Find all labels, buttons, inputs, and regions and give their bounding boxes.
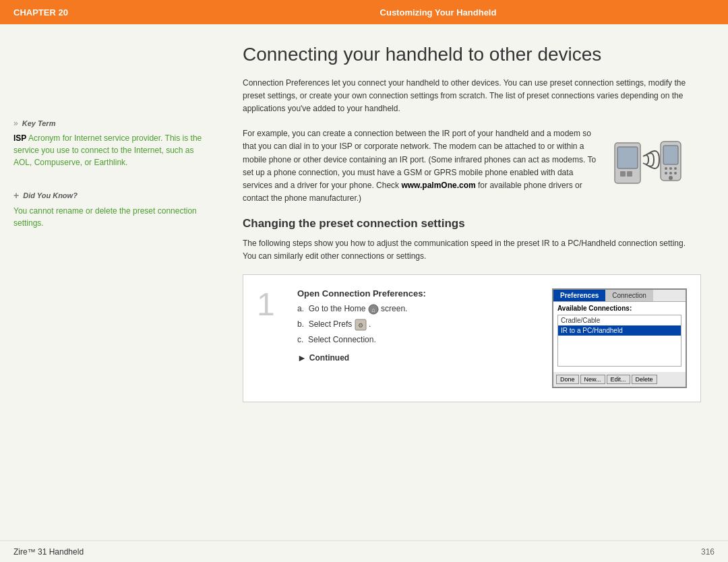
did-you-know-header: + Did You Know? xyxy=(13,190,204,201)
prefs-list-item-empty-1 xyxy=(558,336,681,346)
svg-point-12 xyxy=(669,176,673,180)
home-icon: ⌂ xyxy=(368,304,379,315)
svg-point-7 xyxy=(669,167,672,170)
prefs-dialog-header: Preferences Connection xyxy=(553,290,686,302)
url-link[interactable]: www.palmOne.com xyxy=(401,181,475,190)
svg-rect-2 xyxy=(620,171,626,177)
prefs-list-item-empty-2 xyxy=(558,346,681,356)
page-title: Connecting your handheld to other device… xyxy=(243,43,701,66)
prefs-icon: ⚙ xyxy=(355,319,367,331)
did-you-know-label: Did You Know? xyxy=(23,191,78,199)
prefs-list-item-cradle[interactable]: Cradle/Cable xyxy=(558,315,681,325)
key-term-body: ISP Acronym for Internet service provide… xyxy=(13,132,204,168)
prefs-new-button[interactable]: New... xyxy=(580,375,605,384)
continued-arrow-icon: ► xyxy=(297,352,307,363)
ir-image xyxy=(613,127,701,205)
step-item-b: b. Select Prefs ⚙ . xyxy=(297,319,539,331)
prefs-body: Available Connections: Cradle/Cable IR t… xyxy=(553,302,686,372)
footer-page-number: 316 xyxy=(701,547,715,557)
prefs-connection-list: Cradle/Cable IR to a PC/Handheld xyxy=(557,315,681,367)
prefs-edit-button[interactable]: Edit... xyxy=(607,375,630,384)
chapter-title: Customizing Your Handheld xyxy=(162,7,715,18)
step-item-a: a. Go to the Home ⌂ screen. xyxy=(297,304,539,315)
plus-icon: + xyxy=(13,190,19,201)
page-footer: Zire™ 31 Handheld 316 xyxy=(0,540,728,562)
step-instruction: Open Connection Preferences: xyxy=(297,288,539,299)
key-term-section: » Key Term ISP Acronym for Internet serv… xyxy=(13,119,204,168)
prefs-list-item-empty-3 xyxy=(558,356,681,366)
svg-text:⚙: ⚙ xyxy=(358,322,363,329)
did-you-know-body: You cannot rename or delete the preset c… xyxy=(13,205,204,229)
key-term-label: Key Term xyxy=(22,119,56,127)
step-content: Open Connection Preferences: a. Go to th… xyxy=(297,288,539,388)
prefs-done-button[interactable]: Done xyxy=(556,375,579,384)
svg-text:⌂: ⌂ xyxy=(371,307,375,313)
svg-rect-5 xyxy=(663,146,678,164)
prefs-available-connections-title: Available Connections: xyxy=(557,305,681,312)
continued: ► Continued xyxy=(297,352,539,363)
chapter-label: CHAPTER 20 xyxy=(13,7,162,18)
footer-brand: Zire™ 31 Handheld xyxy=(13,547,84,557)
svg-rect-1 xyxy=(617,147,638,168)
step-item-c: c. Select Connection. xyxy=(297,335,539,344)
ir-text: For example, you can create a connection… xyxy=(243,127,600,205)
ir-section: For example, you can create a connection… xyxy=(243,127,701,205)
key-term-header: » Key Term xyxy=(13,119,204,128)
section-heading: Changing the preset connection settings xyxy=(243,217,701,230)
step-box: 1 Open Connection Preferences: a. Go to … xyxy=(243,274,701,402)
prefs-dialog: Preferences Connection Available Connect… xyxy=(552,288,687,388)
prefs-tab-connection[interactable]: Connection xyxy=(605,290,653,301)
content-area: » Key Term ISP Acronym for Internet serv… xyxy=(0,24,728,540)
continued-label: Continued xyxy=(309,353,349,363)
svg-point-10 xyxy=(669,172,672,175)
intro-text: Connection Preferences let you connect y… xyxy=(243,77,701,116)
sidebar: » Key Term ISP Acronym for Internet serv… xyxy=(0,24,216,540)
main-content: Connecting your handheld to other device… xyxy=(216,24,728,540)
step-number: 1 xyxy=(257,288,284,388)
prefs-buttons: Done New... Edit... Delete xyxy=(553,372,686,387)
isp-description: Acronym for Internet service provider. T… xyxy=(13,133,202,167)
arrows-icon: » xyxy=(13,119,18,128)
svg-point-9 xyxy=(665,172,667,175)
svg-point-8 xyxy=(674,167,677,170)
prefs-delete-button[interactable]: Delete xyxy=(632,375,657,384)
did-you-know-section: + Did You Know? You cannot rename or del… xyxy=(13,190,204,229)
section-subtext: The following steps show you how to adju… xyxy=(243,237,701,263)
svg-point-6 xyxy=(665,167,667,170)
prefs-tab-preferences[interactable]: Preferences xyxy=(553,290,605,301)
page-header: CHAPTER 20 Customizing Your Handheld xyxy=(0,0,728,24)
isp-label: ISP xyxy=(13,133,26,143)
ir-illustration xyxy=(613,136,701,197)
prefs-list-item-ir[interactable]: IR to a PC/Handheld xyxy=(558,325,681,336)
svg-rect-3 xyxy=(627,171,632,177)
svg-point-11 xyxy=(674,172,677,175)
